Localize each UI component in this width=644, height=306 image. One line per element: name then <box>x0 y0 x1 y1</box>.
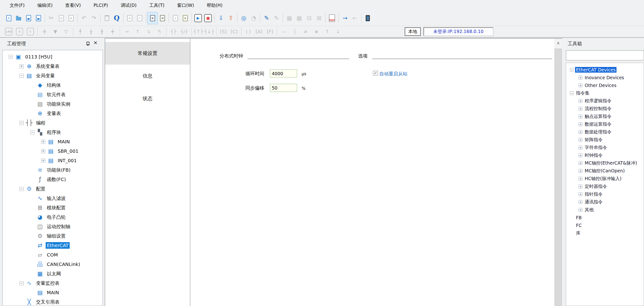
insert-contact-node-button[interactable]: ╪ <box>39 27 50 36</box>
undo-button[interactable]: ↶ <box>79 12 89 24</box>
coil-down-hollow-button[interactable]: ▽ <box>61 27 72 36</box>
download-plc-button[interactable]: ⇩ <box>216 12 226 24</box>
tree-item-program-doc[interactable]: + ▤ MAIN <box>2 137 102 146</box>
toolbox-tree-item[interactable]: + 触点运算指令 <box>566 112 644 120</box>
toolbox-tree-item[interactable]: + 数据运算指令 <box>566 120 644 128</box>
expander-toggle[interactable]: + <box>578 169 582 173</box>
coil-set-button[interactable]: [S] <box>218 27 229 36</box>
download-list-button[interactable]: ↓ <box>170 12 180 24</box>
paste-button[interactable]: ≡ <box>66 12 76 24</box>
contact-falling-button[interactable]: ┤↓├ <box>204 27 214 36</box>
tree-item-plc-monitor[interactable]: − ▣ 0113 [H5U] <box>2 52 102 62</box>
redo-button[interactable]: ↷ <box>89 12 99 24</box>
tree-item-watch-table-wave[interactable]: − ∿ 变量监控表 <box>2 278 102 288</box>
toolbox-tree-item[interactable]: + MC轴控(CanOpen) <box>566 167 644 175</box>
compile-button[interactable]: ≡ <box>148 12 158 24</box>
tree-item-device-table[interactable]: ▤ 软元件表 <box>2 90 102 99</box>
cycle-time-input[interactable] <box>270 69 297 78</box>
new-project-button[interactable]: + <box>4 12 14 24</box>
coil-count-button[interactable]: [C] <box>229 27 240 36</box>
tree-item-fb-instance-cube[interactable]: ▧ 功能块实例 <box>2 99 102 109</box>
expander-toggle[interactable]: + <box>578 76 582 79</box>
logout-button[interactable]: ← <box>350 12 360 24</box>
tree-item-programming-contact[interactable]: − ┤├ 编程 <box>2 118 102 127</box>
edit-offline-button[interactable]: ✎ <box>272 12 282 24</box>
expander-toggle[interactable]: + <box>578 185 582 188</box>
scrollbar-thumb[interactable] <box>554 49 562 306</box>
contact-closed-button[interactable]: ┤/├ <box>179 27 190 36</box>
tree-item-global-var-doc[interactable]: − ▤ 全局变量 <box>2 71 102 80</box>
row-insert-button[interactable]: ⊟ <box>304 12 314 24</box>
grid-delete-button[interactable]: ▦ <box>294 12 304 24</box>
upload-list-button[interactable]: ⇊ <box>180 12 190 24</box>
toolbox-tree-item[interactable]: − 指令集 <box>566 89 644 97</box>
close-icon[interactable]: × <box>94 40 98 45</box>
toolbox-tree-item[interactable]: FC <box>566 221 644 229</box>
expander-toggle[interactable]: + <box>578 161 582 165</box>
insert-rung-above-button[interactable]: ╀ <box>75 27 86 36</box>
tree-item-config-gear[interactable]: − ⚙ 配置 <box>2 184 102 194</box>
expander-toggle[interactable]: − <box>30 130 34 134</box>
tree-item-program-doc[interactable]: + ▤ INT_001 <box>2 156 102 165</box>
auto-restart-checkbox[interactable]: ✓ <box>373 71 378 76</box>
clock-monitor-button[interactable]: ◔ <box>249 12 258 24</box>
expander-toggle[interactable]: + <box>578 177 582 181</box>
expander-toggle[interactable]: + <box>578 115 582 118</box>
open-project-button[interactable] <box>14 12 24 24</box>
expander-toggle[interactable]: + <box>41 140 45 144</box>
menu-item[interactable]: 编辑(E) <box>31 0 59 10</box>
toolbox-tree-item[interactable]: + Inovance Devices <box>566 74 644 81</box>
cut-button[interactable]: ✂ <box>46 12 56 24</box>
line-up-button[interactable]: ↑ <box>132 27 143 36</box>
insert-branch-button[interactable]: ╂ <box>96 27 107 36</box>
draw-vline-button[interactable]: │ <box>290 27 300 36</box>
usb-test-button[interactable]: TEST <box>327 12 337 24</box>
tree-item-module-config[interactable]: ⊞ 模块配置 <box>2 203 102 212</box>
line-corner-up-button[interactable]: ↰ <box>154 27 165 36</box>
coil-app-button[interactable]: [A] <box>254 27 264 36</box>
expander-toggle[interactable]: + <box>578 200 582 204</box>
menu-item[interactable]: 工具(T) <box>143 0 171 10</box>
run-button[interactable]: ▶ <box>193 12 203 24</box>
expander-toggle[interactable]: + <box>41 159 45 163</box>
expander-toggle[interactable]: − <box>570 91 574 95</box>
expander-toggle[interactable]: − <box>20 74 24 78</box>
toolbox-tree-item[interactable]: + 程序逻辑指令 <box>566 97 644 105</box>
toolbox-tree-item[interactable]: + Other Devices <box>566 81 644 89</box>
tree-item-struct[interactable]: ◆ 结构体 <box>2 80 102 90</box>
copy-button[interactable]: ≡ <box>56 12 66 24</box>
login-button[interactable]: → <box>340 12 350 24</box>
login-status-button[interactable]: 未登录:IP:192.168.0.10 <box>424 27 493 36</box>
vertical-scrollbar[interactable]: ∧ <box>554 39 562 306</box>
compile-all-button[interactable]: ⇉ <box>158 12 167 24</box>
tree-item-ethernet-port[interactable]: ▦ 以太网 <box>2 269 102 278</box>
scroll-up-arrow-icon[interactable]: ∧ <box>554 39 562 47</box>
tree-item-ethercat-arrows[interactable]: ⇄ EtherCAT <box>2 241 102 250</box>
tree-item-watch-doc[interactable]: ▤ MAIN <box>2 288 102 297</box>
save-all-button[interactable]: ▄ <box>34 12 43 24</box>
tree-item-can-network[interactable]: 品 CAN(CANLink) <box>2 260 102 269</box>
line-right-button[interactable]: → <box>122 27 132 36</box>
menu-item[interactable]: 窗口(W) <box>171 0 200 10</box>
toolbox-tree-item[interactable]: + MC轴控(EtherCAT&脉冲) <box>566 159 644 167</box>
lad-mode-button[interactable]: LAD <box>3 27 14 36</box>
tree-item-axis-group-gear[interactable]: ⚙ 轴组设置 <box>2 231 102 241</box>
toolbox-tree-item[interactable]: + 流程控制指令 <box>566 105 644 112</box>
expander-toggle[interactable]: + <box>578 192 582 196</box>
delete-hline-button[interactable]: ≠ <box>300 27 311 36</box>
menu-item[interactable]: PLC(P) <box>87 0 114 10</box>
expander-toggle[interactable]: − <box>570 68 574 72</box>
menu-item[interactable]: 查看(V) <box>59 0 87 10</box>
move-down-button[interactable]: ↓ <box>333 27 344 36</box>
monitor-button[interactable]: ◎ <box>239 12 249 24</box>
expander-toggle[interactable]: + <box>578 122 582 126</box>
coil-out-button[interactable]: ( ) <box>243 27 254 36</box>
stl-mode-button[interactable]: S <box>25 27 36 36</box>
delete-vline-button[interactable]: ⋇ <box>311 27 322 36</box>
expander-toggle[interactable]: − <box>9 55 13 59</box>
move-up-button[interactable]: ↑ <box>322 27 333 36</box>
expander-toggle[interactable]: + <box>20 64 24 68</box>
tree-item-globe[interactable]: + ⊕ 系统变量表 <box>2 62 102 71</box>
contact-rising-button[interactable]: ┤↑├ <box>193 27 204 36</box>
menu-item[interactable]: 文件(F) <box>3 0 31 10</box>
